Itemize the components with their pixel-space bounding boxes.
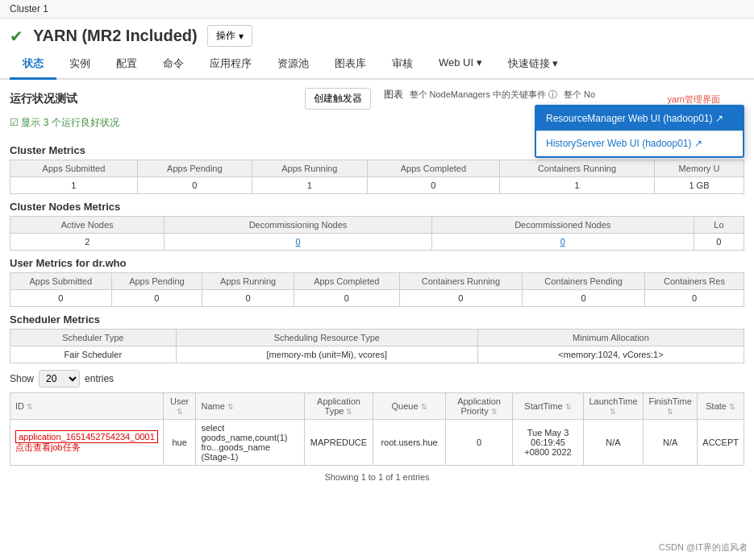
- th-state: State ⇅: [698, 393, 744, 420]
- minimum-allocation-val: <memory:1024, vCores:1>: [477, 346, 744, 363]
- decommissioning-val: 0: [165, 234, 431, 251]
- th-app-priority: Application Priority ⇅: [446, 393, 513, 420]
- th-minimum-allocation: Minimum Allocation: [477, 330, 744, 346]
- th-app-type: Application Type ⇅: [304, 393, 373, 420]
- ops-button[interactable]: 操作 ▾: [207, 25, 252, 47]
- historyserver-row: HistoryServer Web UI (hadoop01) ↗ jobhis…: [536, 131, 743, 156]
- th-apps-running: Apps Running: [252, 160, 367, 177]
- th-name: Name ⇅: [196, 393, 305, 420]
- decommissioning-link[interactable]: 0: [295, 237, 300, 247]
- th-active-nodes: Active Nodes: [10, 217, 165, 234]
- cluster-nodes-table: Active Nodes Decommissioning Nodes Decom…: [10, 216, 744, 251]
- tab-webui[interactable]: Web UI ▾: [426, 50, 495, 80]
- app-launchtime-cell: N/A: [583, 420, 643, 466]
- webui-dropdown: ResourceManager Web UI (hadoop01) ↗ Hist…: [535, 105, 744, 158]
- app-row: application_1651452754234_0001 点击查看job任务…: [10, 420, 744, 466]
- apps-completed-val: 0: [367, 177, 499, 194]
- u-containers-running-val: 0: [399, 290, 523, 307]
- tab-apps[interactable]: 应用程序: [197, 50, 265, 80]
- u-apps-completed-val: 0: [294, 290, 400, 307]
- u-apps-running-val: 0: [202, 290, 294, 307]
- resourcemanager-label: ResourceManager Web UI (hadoop01) ↗: [546, 113, 723, 124]
- health-status: ☑ 显示 3 个运行良好状况: [10, 116, 371, 130]
- node-events-label: 整个 NodeManagers 中的关键事件 ⓘ: [410, 89, 557, 101]
- th-user: User ⇅: [163, 393, 196, 420]
- top-bar: Cluster 1: [0, 0, 754, 19]
- main-content: 运行状况测试 创建触发器 ☑ 显示 3 个运行良好状况 图表 整个 NodeMa…: [0, 80, 754, 490]
- th-u-containers-running: Containers Running: [399, 273, 523, 290]
- webui-item-historyserver[interactable]: HistoryServer Web UI (hadoop01) ↗: [536, 131, 743, 156]
- app-type-cell: MAPREDUCE: [304, 420, 373, 466]
- historyserver-label: HistoryServer Web UI (hadoop01) ↗: [546, 138, 702, 149]
- yarn-label: yarn管理界面: [668, 93, 720, 106]
- entries-label: entries: [85, 373, 114, 384]
- th-memory-u: Memory U: [654, 160, 744, 177]
- tab-quicklinks[interactable]: 快速链接 ▾: [495, 50, 572, 80]
- ops-arrow: ▾: [239, 31, 244, 42]
- node-text: 整个 No: [564, 89, 595, 101]
- sort-priority-icon: ⇅: [491, 408, 498, 416]
- health-title: 运行状况测试: [10, 92, 77, 106]
- check-icon: ✔: [10, 27, 23, 46]
- tab-commands[interactable]: 命令: [150, 50, 197, 80]
- nav-tabs: 状态 实例 配置 命令 应用程序 资源池 图表库 审核 Web UI ▾ 快速链…: [0, 50, 754, 80]
- user-metrics-table: Apps Submitted Apps Pending Apps Running…: [10, 272, 744, 307]
- th-u-apps-pending: Apps Pending: [111, 273, 202, 290]
- th-launch-time: LaunchTime ⇅: [583, 393, 643, 420]
- scheduler-metrics-section: Scheduler Metrics Scheduler Type Schedul…: [10, 313, 744, 363]
- tab-resource-pool[interactable]: 资源池: [265, 50, 322, 80]
- sort-name-icon: ⇅: [227, 403, 234, 411]
- app-user-cell: hue: [163, 420, 196, 466]
- tab-config[interactable]: 配置: [103, 50, 150, 80]
- th-scheduler-type: Scheduler Type: [10, 330, 177, 346]
- sort-starttime-icon: ⇅: [565, 403, 572, 411]
- csdn-watermark: CSDN @IT界的追风者: [659, 541, 748, 554]
- service-header: ✔ YARN (MR2 Included) 操作 ▾: [0, 19, 754, 50]
- scheduler-metrics-title: Scheduler Metrics: [10, 313, 744, 326]
- create-trigger-button[interactable]: 创建触发器: [305, 88, 371, 110]
- user-metrics-section: User Metrics for dr.who Apps Submitted A…: [10, 257, 744, 307]
- tab-status[interactable]: 状态: [10, 50, 56, 80]
- th-decommissioning-nodes: Decommissioning Nodes: [165, 217, 431, 234]
- scheduler-metrics-table: Scheduler Type Scheduling Resource Type …: [10, 329, 744, 363]
- scheduler-metrics-row: Fair Scheduler [memory-mb (unit=Mi), vco…: [10, 346, 744, 363]
- cluster-metrics-table: Apps Submitted Apps Pending Apps Running…: [10, 160, 744, 194]
- top-section-row: 运行状况测试 创建触发器 ☑ 显示 3 个运行良好状况 图表 整个 NodeMa…: [10, 88, 744, 136]
- health-panel: 运行状况测试 创建触发器 ☑ 显示 3 个运行良好状况: [10, 88, 371, 136]
- app-priority-cell: 0: [446, 420, 513, 466]
- u-apps-pending-val: 0: [111, 290, 202, 307]
- decommissioned-val: 0: [431, 234, 694, 251]
- app-table: ID ⇅ User ⇅ Name ⇅ Application Type ⇅ Qu…: [10, 392, 744, 466]
- cluster-nodes-title: Cluster Nodes Metrics: [10, 201, 744, 213]
- th-id: ID ⇅: [10, 393, 164, 420]
- sort-launchtime-icon: ⇅: [610, 408, 616, 416]
- apps-pending-val: 0: [137, 177, 252, 194]
- active-nodes-val: 2: [10, 234, 165, 251]
- decommissioned-link[interactable]: 0: [560, 237, 565, 247]
- service-title: YARN (MR2 Included): [33, 27, 198, 45]
- table-footer: Showing 1 to 1 of 1 entries: [10, 472, 744, 482]
- user-metrics-row: 0 0 0 0 0 0 0: [10, 290, 744, 307]
- webui-item-resourcemanager[interactable]: ResourceManager Web UI (hadoop01) ↗: [536, 106, 743, 131]
- lo-val: 0: [694, 234, 744, 251]
- view-job-link[interactable]: 点击查看job任务: [15, 442, 81, 452]
- user-metrics-title: User Metrics for dr.who: [10, 257, 744, 269]
- sort-user-icon: ⇅: [177, 408, 183, 416]
- th-u-apps-completed: Apps Completed: [294, 273, 400, 290]
- chart-panel: 图表 整个 NodeManagers 中的关键事件 ⓘ 整个 No yarn管理…: [384, 88, 745, 136]
- tab-instances[interactable]: 实例: [56, 50, 103, 80]
- th-containers-running: Containers Running: [500, 160, 655, 177]
- u-containers-pending-val: 0: [523, 290, 645, 307]
- scheduling-resource-val: [memory-mb (unit=Mi), vcores]: [176, 346, 477, 363]
- app-name-cell: select goods_name,count(1) fro...goods_n…: [196, 420, 305, 466]
- th-start-time: StartTime ⇅: [513, 393, 584, 420]
- sort-type-icon: ⇅: [346, 408, 352, 416]
- sort-id-icon: ⇅: [27, 403, 33, 411]
- th-u-containers-res: Containers Res: [644, 273, 744, 290]
- th-u-containers-pending: Containers Pending: [523, 273, 645, 290]
- tab-charts[interactable]: 图表库: [322, 50, 379, 80]
- tab-audit[interactable]: 审核: [379, 50, 426, 80]
- cluster-nodes-section: Cluster Nodes Metrics Active Nodes Decom…: [10, 201, 744, 251]
- entries-select[interactable]: 20 50 100: [39, 370, 80, 388]
- apps-submitted-val: 1: [10, 177, 138, 194]
